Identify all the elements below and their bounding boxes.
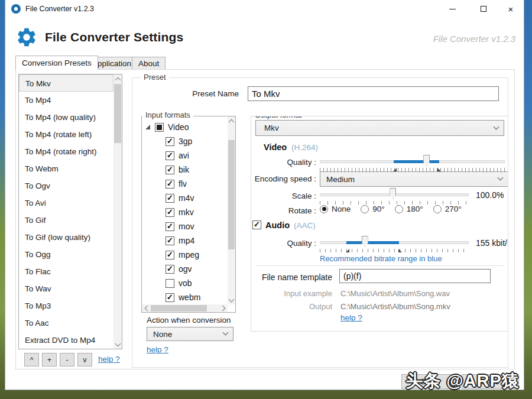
input-formats-tree[interactable]: Video ✓3gp ✓avi ✓bik ✓flv ✓m4v ✓mkv ✓mov… [142,116,228,304]
video-section-title: Video [264,142,287,152]
scroll-down-icon[interactable] [113,340,122,349]
rotate-option[interactable]: 270° [433,205,462,213]
preset-list-item[interactable]: To Gif (low quality) [19,229,113,246]
preset-list-item[interactable]: To Ogg [19,246,113,263]
format-checkbox[interactable]: ✓ [166,251,174,259]
scrollbar-thumb[interactable] [228,140,235,249]
remove-preset-button[interactable]: - [60,353,74,366]
minimize-button[interactable] [439,0,466,18]
format-checkbox[interactable]: ✓ [166,137,174,146]
tree-node-format[interactable]: ✓avi [166,148,189,163]
tree-node-format[interactable]: ✓webm [166,290,200,304]
scrollbar-thumb[interactable] [151,305,207,312]
preset-group-legend: Preset [141,73,169,82]
preset-list-item[interactable]: To Mp4 (rotate right) [19,143,113,160]
tree-node-format[interactable]: vob [166,276,192,290]
preset-list-item[interactable]: To Mp4 [19,92,113,109]
close-window-button[interactable]: × [497,0,524,18]
scroll-up-icon[interactable] [113,74,122,83]
preset-list-scrollbar[interactable] [113,74,122,349]
tree-node-format[interactable]: ✓mov [166,219,194,233]
title-bar: File Converter v1.2.3 × [5,0,524,18]
video-checkbox[interactable] [155,123,164,132]
slider-thumb[interactable] [423,155,430,166]
format-checkbox[interactable]: ✓ [166,236,174,245]
slider-range [346,241,399,244]
tree-node-format[interactable]: ✓ogv [166,262,192,276]
preset-list-item[interactable]: To Mp4 (rotate left) [19,126,113,143]
tree-node-format[interactable]: ✓mp4 [166,233,194,248]
tree-node-format[interactable]: ✓3gp [166,134,192,148]
scroll-right-icon[interactable] [219,304,228,312]
preset-list-item[interactable]: Extract DVD to Mp4 [19,332,113,349]
preset-list[interactable]: To Mkv To Mp4 To Mp4 (low quality) To Mp… [18,74,122,349]
tree-node-format[interactable]: ✓mkv [166,205,194,219]
file-name-template-input[interactable] [339,269,491,283]
encoding-speed-select[interactable]: Medium [320,171,508,187]
preset-list-item[interactable]: To Wav [19,280,113,297]
radio-icon[interactable] [320,205,328,213]
scale-value: 100.0% [476,190,504,200]
tree-node-format[interactable]: ✓flv [166,177,187,191]
output-format-select[interactable]: Mkv [255,120,504,136]
audio-checkbox[interactable]: ✓ [252,220,261,229]
slider-thumb[interactable] [362,236,368,247]
radio-icon[interactable] [395,205,403,213]
scrollbar-thumb[interactable] [114,84,121,143]
format-checkbox[interactable]: ✓ [166,222,174,231]
format-checkbox[interactable]: ✓ [166,166,174,174]
format-checkbox[interactable]: ✓ [166,151,174,160]
tree-node-format[interactable]: ✓bik [166,163,189,177]
format-checkbox[interactable]: ✓ [166,265,174,274]
audio-quality-slider[interactable] [320,236,469,249]
preset-list-item[interactable]: To Mp3 [19,297,113,314]
radio-icon[interactable] [433,205,442,213]
tree-node-format[interactable]: ✓mpeg [166,248,199,262]
tree-node-format[interactable]: ✓m4v [166,191,194,205]
preset-list-item[interactable]: To Avi [19,194,113,212]
preset-list-item[interactable]: To Flac [19,263,113,280]
rotate-option[interactable]: None [320,205,351,213]
expander-icon[interactable] [145,125,150,129]
move-preset-up-button[interactable]: ^ [24,353,39,366]
rotate-option[interactable]: 90° [361,205,384,213]
rotate-label: Rotate : [251,206,316,215]
preset-list-item[interactable]: To Mp4 (low quality) [19,109,113,126]
move-preset-down-button[interactable]: v [77,353,92,366]
format-label: vob [179,278,192,288]
format-checkbox[interactable]: ✓ [166,194,174,203]
preset-list-item[interactable]: To Webm [19,160,113,177]
radio-icon[interactable] [361,205,369,213]
input-formats-help-link[interactable]: help ? [147,345,168,354]
scroll-left-icon[interactable] [142,304,150,312]
tree-hscrollbar[interactable] [142,304,228,312]
format-label: ogv [179,264,192,274]
tree-vscrollbar[interactable] [228,116,235,304]
tab-about[interactable]: About [132,57,166,70]
preset-list-item[interactable]: To Gif [19,212,113,229]
preset-list-item[interactable]: To Aac [19,314,113,332]
preset-name-input[interactable] [248,86,499,101]
preset-list-item[interactable]: To Mkv [19,74,113,92]
scroll-up-icon[interactable] [228,116,235,125]
chevron-down-icon [223,330,229,336]
video-quality-slider[interactable] [320,155,505,168]
format-checkbox[interactable] [166,279,174,288]
presets-help-link[interactable]: help ? [98,355,120,364]
maximize-button[interactable] [470,0,497,18]
audio-section-title: Audio [265,220,290,230]
tab-conversion-presets[interactable]: Conversion Presets [15,56,98,70]
preset-list-item[interactable]: To Ogv [19,177,113,194]
scale-slider[interactable] [320,188,469,201]
add-preset-button[interactable]: + [42,353,57,366]
scroll-down-icon[interactable] [228,296,235,304]
format-checkbox[interactable]: ✓ [166,208,174,217]
action-when-conversion-select[interactable]: None [147,327,233,341]
format-checkbox[interactable]: ✓ [166,180,174,189]
page-title: File Converter Settings [45,30,183,44]
template-help-link[interactable]: help ? [340,313,362,322]
rotate-option[interactable]: 180° [395,205,423,213]
format-checkbox[interactable]: ✓ [166,293,174,302]
tree-node-video[interactable]: Video [145,120,189,134]
slider-thumb[interactable] [390,188,396,199]
